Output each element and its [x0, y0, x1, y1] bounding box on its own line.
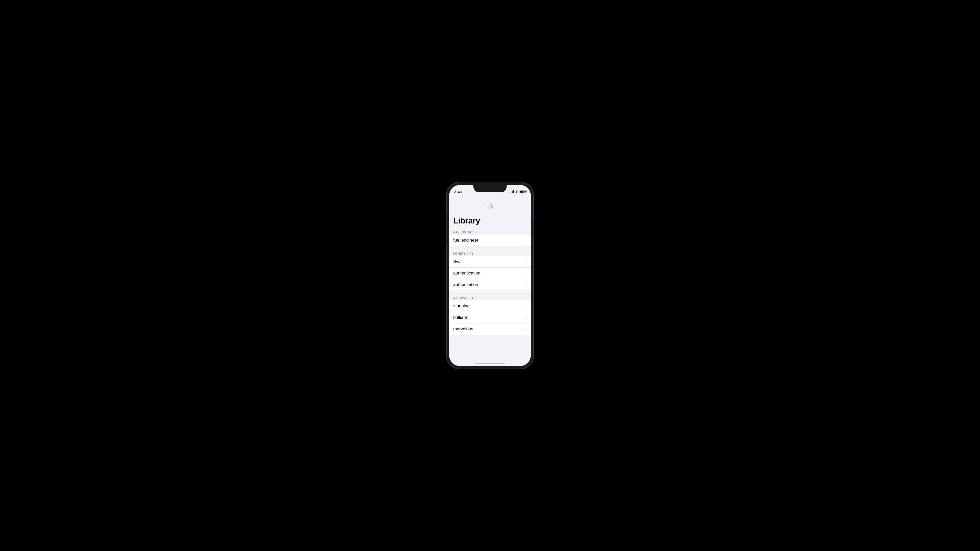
- list-group-peters-tips: Swift › authentication › authorization ›: [449, 256, 531, 290]
- chevron-icon-authentication: ›: [525, 271, 527, 275]
- chevron-icon-marvelous: ›: [525, 327, 527, 331]
- loading-spinner: [487, 203, 493, 210]
- list-item-swift[interactable]: Swift ›: [449, 256, 531, 268]
- list-group-random-word: fuel engineer ›: [449, 235, 531, 246]
- phone-screen: 3:48 ⊜ +: [449, 185, 531, 366]
- phone-frame: 3:48 ⊜ +: [447, 183, 533, 368]
- screen-content[interactable]: Library RANDOM WORD fuel engineer › PETE…: [449, 196, 531, 357]
- bottom-spacer: [449, 335, 531, 345]
- status-time: 3:48: [454, 189, 462, 194]
- list-item-label-swift: Swift: [453, 259, 463, 264]
- list-item-fuel-engineer[interactable]: fuel engineer ›: [449, 235, 531, 246]
- section-spacer-2: [449, 290, 531, 294]
- list-item-label-authentication: authentication: [453, 271, 480, 276]
- chevron-icon-authorization: ›: [525, 283, 527, 287]
- home-indicator: [449, 357, 531, 366]
- chevron-icon-stunning: ›: [525, 304, 527, 308]
- page-title: Library: [449, 214, 531, 229]
- list-item-label-fuel-engineer: fuel engineer: [453, 238, 478, 243]
- section-header-peters-tips: PETER'S TIPS: [449, 250, 531, 256]
- list-item-label-stunning: stunning: [453, 303, 469, 309]
- loading-spinner-area: [449, 199, 531, 214]
- list-item-authorization[interactable]: authorization ›: [449, 279, 531, 290]
- list-item-marvelous[interactable]: marvelous ›: [449, 324, 531, 335]
- chevron-icon-brilliant: ›: [525, 315, 527, 320]
- list-group-my-favourites: stunning › brilliant › marvelous ›: [449, 300, 531, 335]
- add-button[interactable]: +: [522, 189, 526, 195]
- notch: [473, 185, 507, 192]
- list-item-brilliant[interactable]: brilliant ›: [449, 312, 531, 324]
- chevron-icon-swift: ›: [525, 259, 527, 264]
- section-header-random-word: RANDOM WORD: [449, 229, 531, 235]
- chevron-icon-fuel-engineer: ›: [525, 238, 527, 243]
- section-header-my-favourites: MY FAVOURITES: [449, 294, 531, 300]
- list-item-label-brilliant: brilliant: [453, 315, 467, 320]
- wifi-icon: ⊜: [515, 190, 518, 193]
- signal-icon: [509, 190, 514, 193]
- list-item-label-marvelous: marvelous: [453, 327, 473, 332]
- section-spacer-1: [449, 246, 531, 250]
- home-bar: [475, 363, 505, 364]
- list-item-authentication[interactable]: authentication ›: [449, 268, 531, 279]
- list-item-label-authorization: authorization: [453, 282, 478, 287]
- list-item-stunning[interactable]: stunning ›: [449, 300, 531, 312]
